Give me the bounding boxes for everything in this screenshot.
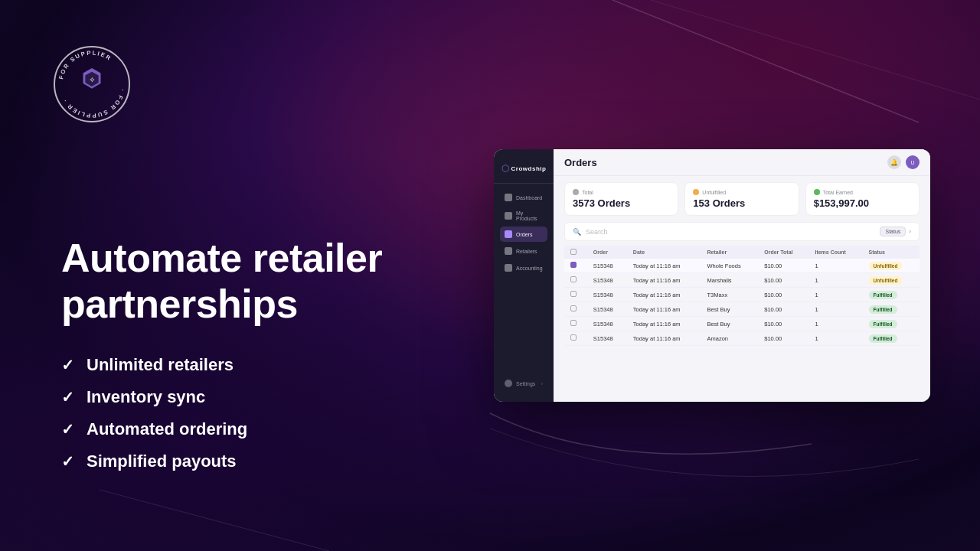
stat-label-row: Total Earned <box>814 189 911 195</box>
table-header-cell: Status <box>863 246 920 259</box>
nav-item-label: Dashboard <box>516 195 542 201</box>
app-window: ⬡ Crowdship Dashboard My Products Orders… <box>494 149 930 402</box>
settings-item[interactable]: Settings › <box>500 376 547 391</box>
row-checkbox-cell <box>564 273 587 288</box>
brand-name-label: Crowdship <box>511 165 547 172</box>
features-list: ✓Unlimited retailers✓Inventory sync✓Auto… <box>61 355 398 471</box>
search-icon: 🔍 <box>573 228 581 236</box>
logo-circle: FOR SUPPLIER · FOR SUPPLIER · ⟡ <box>54 46 130 122</box>
row-checkbox[interactable] <box>570 291 577 297</box>
select-all-checkbox[interactable] <box>570 249 577 255</box>
main-headline: Automate retailer partnerships <box>61 236 398 328</box>
items-cell: 1 <box>808 259 862 273</box>
sidebar-nav-item[interactable]: Orders <box>500 227 547 242</box>
stat-dot <box>693 189 699 195</box>
nav-item-label: Retailers <box>516 249 537 254</box>
status-cell: Fulfilled <box>863 288 920 302</box>
nav-item-icon <box>505 212 512 220</box>
logo-container: FOR SUPPLIER · FOR SUPPLIER · ⟡ <box>54 46 130 122</box>
order-id-cell: S15348 <box>587 317 627 331</box>
stat-card: Total 3573 Orders <box>564 182 678 216</box>
total-cell: $10.00 <box>758 331 808 346</box>
check-icon: ✓ <box>61 452 74 471</box>
total-cell: $10.00 <box>758 317 808 331</box>
orders-table: OrderDateRetailerOrder TotalItems CountS… <box>564 246 920 346</box>
row-checkbox[interactable] <box>570 262 577 268</box>
sidebar-brand: ⬡ Crowdship <box>494 160 554 184</box>
notification-icon[interactable]: 🔔 <box>887 155 901 169</box>
table-row: S15348 Today at 11:16 am Best Buy $10.00… <box>564 317 920 331</box>
status-badge: Unfulfilled <box>869 262 903 270</box>
status-cell: Fulfilled <box>863 331 920 346</box>
stat-label: Total Earned <box>823 190 853 195</box>
app-topbar: Orders 🔔 U <box>554 149 930 176</box>
app-main: Orders 🔔 U Total 3573 Orders Unfulfilled <box>554 149 930 402</box>
sidebar-nav-item[interactable]: My Products <box>500 207 547 225</box>
retailer-cell: Best Buy <box>701 302 758 317</box>
row-checkbox-cell <box>564 302 587 317</box>
stat-value: 3573 Orders <box>573 197 670 209</box>
date-cell: Today at 11:16 am <box>627 259 701 273</box>
status-cell: Unfulfilled <box>863 259 920 273</box>
status-badge: Fulfilled <box>869 305 897 314</box>
order-id-cell: S15348 <box>587 288 627 302</box>
row-checkbox[interactable] <box>570 320 577 326</box>
search-bar[interactable]: 🔍 Search Status › <box>564 222 920 241</box>
order-id-cell: S15348 <box>587 331 627 346</box>
date-cell: Today at 11:16 am <box>627 273 701 288</box>
status-filter-btn[interactable]: Status <box>880 227 906 236</box>
sidebar-nav: Dashboard My Products Orders Retailers A… <box>494 190 554 376</box>
table-header-cell <box>564 246 587 259</box>
date-cell: Today at 11:16 am <box>627 317 701 331</box>
row-checkbox-cell <box>564 259 587 273</box>
order-id-cell: S15348 <box>587 273 627 288</box>
stat-label-row: Unfulfilled <box>693 189 790 195</box>
feature-label: Unlimited retailers <box>87 355 234 375</box>
items-cell: 1 <box>808 331 862 346</box>
stat-label: Unfulfilled <box>702 190 726 195</box>
table-row: S15348 Today at 11:16 am Marshalls $10.0… <box>564 273 920 288</box>
table-header-cell: Retailer <box>701 246 758 259</box>
avatar-icon[interactable]: U <box>906 155 920 169</box>
nav-item-icon <box>505 264 512 272</box>
total-cell: $10.00 <box>758 302 808 317</box>
total-cell: $10.00 <box>758 273 808 288</box>
stat-card: Unfulfilled 153 Orders <box>684 182 799 216</box>
retailer-cell: Amazon <box>701 331 758 346</box>
row-checkbox[interactable] <box>570 334 577 341</box>
settings-label: Settings <box>516 381 535 386</box>
page-title: Orders <box>564 157 597 168</box>
stat-dot <box>814 189 820 195</box>
row-checkbox[interactable] <box>570 276 577 282</box>
table-row: S15348 Today at 11:16 am Amazon $10.00 1… <box>564 331 920 346</box>
status-badge: Fulfilled <box>869 320 897 328</box>
row-checkbox-cell <box>564 317 587 331</box>
check-icon: ✓ <box>61 420 74 439</box>
stat-label-row: Total <box>573 189 670 195</box>
retailer-cell: Marshalls <box>701 273 758 288</box>
table-row: S15348 Today at 11:16 am T3Maxx $10.00 1… <box>564 288 920 302</box>
stat-value: $153,997.00 <box>814 197 911 209</box>
row-checkbox[interactable] <box>570 305 577 311</box>
search-input[interactable]: Search <box>586 228 608 236</box>
sidebar-nav-item[interactable]: Retailers <box>500 243 547 259</box>
stat-value: 153 Orders <box>693 197 790 209</box>
search-right: Status › <box>880 227 911 236</box>
row-checkbox-cell <box>564 288 587 302</box>
svg-text:· FOR SUPPLIER ·: · FOR SUPPLIER · <box>61 89 126 119</box>
svg-text:⟡: ⟡ <box>90 75 95 83</box>
date-cell: Today at 11:16 am <box>627 288 701 302</box>
status-cell: Fulfilled <box>863 302 920 317</box>
stat-label: Total <box>582 190 593 195</box>
app-sidebar: ⬡ Crowdship Dashboard My Products Orders… <box>494 149 554 402</box>
brand-logo-icon: ⬡ <box>501 163 509 174</box>
table-header-cell: Date <box>627 246 701 259</box>
nav-item-label: Accounting <box>516 266 543 271</box>
items-cell: 1 <box>808 273 862 288</box>
settings-icon <box>505 380 512 387</box>
retailer-cell: Whole Foods <box>701 259 758 273</box>
stats-row: Total 3573 Orders Unfulfilled 153 Orders… <box>554 176 930 222</box>
sidebar-nav-item[interactable]: Accounting <box>500 260 547 276</box>
page-content: FOR SUPPLIER · FOR SUPPLIER · ⟡ Automate… <box>0 0 980 551</box>
sidebar-nav-item[interactable]: Dashboard <box>500 190 547 205</box>
